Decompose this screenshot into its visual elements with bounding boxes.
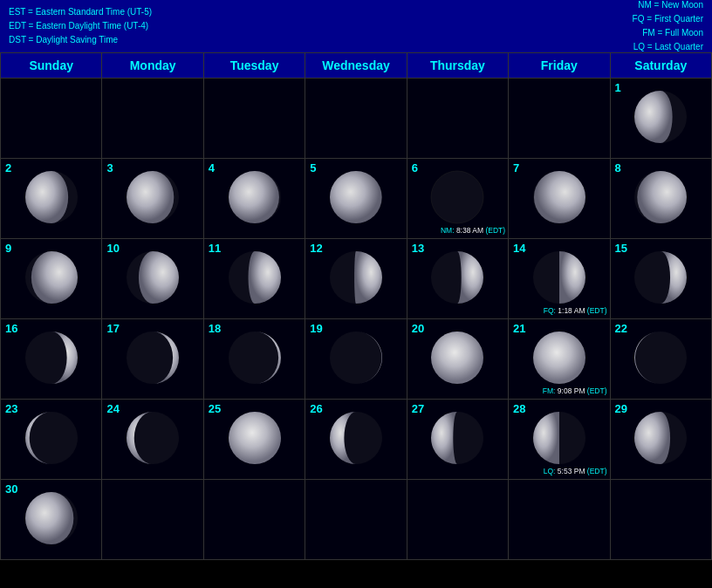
day-of-week-header: Monday [102, 53, 203, 79]
calendar-cell: 2 [1, 159, 102, 239]
calendar-cell: 25 [203, 400, 305, 480]
day-of-week-header: Friday [509, 53, 610, 79]
moon-container [309, 321, 402, 397]
moon-container [4, 161, 98, 236]
moon-container [208, 241, 301, 317]
header-left: EST = Eastern Standard Time (UT-5)EDT = … [9, 5, 152, 47]
day-number: 3 [106, 161, 113, 174]
calendar-cell: 10 [102, 239, 203, 319]
day-number: 26 [310, 402, 322, 415]
day-number: 7 [513, 161, 519, 174]
moon-container [614, 401, 708, 477]
moon-phase-image [428, 328, 487, 391]
moon-event-label: FM: 9:08 PM (EDT) [543, 386, 607, 396]
svg-point-32 [431, 332, 483, 384]
calendar-cell: 5 [305, 159, 407, 239]
day-number: 1 [615, 81, 621, 94]
moon-phase-image [631, 328, 690, 391]
moon-container [4, 482, 98, 557]
moon-phase-image [22, 248, 81, 311]
calendar-cell [1, 79, 102, 159]
moon-container [512, 241, 606, 317]
day-number: 16 [5, 322, 17, 335]
day-number: 12 [310, 242, 322, 255]
calendar-week-row: 30 [1, 480, 712, 560]
calendar-cell [102, 79, 203, 159]
day-number: 9 [5, 242, 11, 255]
calendar-cell: 30 [1, 480, 102, 560]
calendar-cell: 16 [1, 319, 102, 400]
moon-phase-image [22, 408, 81, 471]
svg-point-33 [533, 332, 585, 384]
moon-container [411, 161, 504, 236]
moon-container [208, 321, 301, 397]
moon-phase-image [631, 168, 690, 230]
calendar-cell: 18 [203, 319, 305, 400]
day-of-week-header: Sunday [1, 53, 102, 79]
moon-phase-image [631, 248, 690, 311]
calendar-cell: 6 NM: 8:38 AM (EDT) [407, 159, 508, 239]
calendar-table: SundayMondayTuesdayWednesdayThursdayFrid… [0, 52, 712, 560]
calendar-cell: 12 [305, 239, 407, 319]
day-number: 20 [412, 322, 424, 335]
moon-phase-image [225, 408, 284, 471]
day-of-week-header: Thursday [407, 53, 508, 79]
calendar-cell [509, 480, 610, 560]
moon-container [411, 241, 504, 317]
moon-container [614, 80, 708, 156]
day-of-week-header: Wednesday [305, 53, 407, 79]
calendar-cell: 3 [102, 159, 203, 239]
moon-event-label: FQ: 1:18 AM (EDT) [544, 306, 607, 316]
moon-phase-image [326, 248, 386, 311]
moon-container [614, 321, 708, 397]
calendar-cell: 24 [102, 400, 203, 480]
moon-container [512, 401, 606, 477]
calendar-cell [509, 79, 610, 159]
moon-phase-image [123, 168, 182, 230]
calendar-cell: 20 [407, 319, 508, 400]
day-number: 5 [310, 161, 316, 174]
day-number: 19 [310, 322, 322, 335]
calendar-cell: 8 [610, 159, 711, 239]
day-number: 13 [412, 242, 424, 255]
moon-container [309, 161, 402, 236]
moon-container [512, 321, 606, 397]
day-number: 14 [513, 242, 525, 255]
moon-container [411, 321, 504, 397]
moon-phase-image [631, 87, 690, 150]
moon-phase-image [123, 328, 182, 391]
day-number: 18 [209, 322, 221, 335]
calendar-cell: 14 FQ: 1:18 AM (EDT) [509, 239, 610, 319]
moon-container [411, 401, 504, 477]
moon-phase-image [326, 168, 386, 230]
moon-phase-image [225, 168, 284, 230]
calendar-cell: 19 [305, 319, 407, 400]
day-number: 24 [106, 402, 119, 415]
moon-event-label: LQ: 5:53 PM (EDT) [544, 467, 607, 476]
moon-phase-image [22, 328, 81, 391]
calendar-cell: 17 [102, 319, 203, 400]
moon-container [4, 401, 98, 477]
moon-phase-image [428, 408, 487, 471]
moon-phase-image [123, 248, 182, 311]
moon-phase-image [631, 408, 690, 471]
calendar-week-row: 9 10 [1, 239, 712, 319]
day-number: 10 [106, 242, 119, 255]
calendar-header-row: SundayMondayTuesdayWednesdayThursdayFrid… [1, 53, 712, 79]
moon-phase-image [428, 168, 487, 230]
calendar-cell: 9 [1, 239, 102, 319]
calendar-cell: 4 [203, 159, 305, 239]
calendar-cell: 29 [610, 400, 711, 480]
day-number: 15 [615, 242, 627, 255]
moon-container [208, 161, 301, 236]
moon-phase-image [530, 408, 589, 471]
moon-container [614, 161, 708, 236]
day-number: 29 [615, 402, 627, 415]
calendar-cell [203, 79, 305, 159]
calendar-cell: 7 [509, 159, 610, 239]
moon-container [4, 321, 98, 397]
calendar-cell [203, 480, 305, 560]
moon-container [106, 401, 199, 477]
calendar-cell [407, 480, 508, 560]
calendar-cell [610, 480, 711, 560]
